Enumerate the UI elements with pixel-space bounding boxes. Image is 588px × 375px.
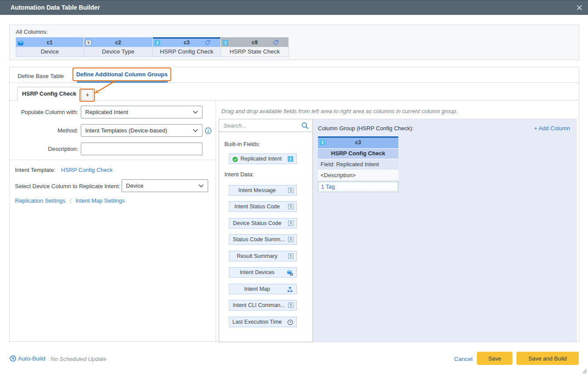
- column-header[interactable]: Sc2: [84, 37, 152, 47]
- s-badge-icon: S: [288, 221, 293, 226]
- description-label: Description:: [12, 146, 78, 152]
- annotation-box-add-button: [79, 89, 95, 102]
- svg-text:i: i: [208, 129, 209, 133]
- column-header[interactable]: Ic9: [221, 37, 289, 47]
- chevron-down-icon: [193, 129, 198, 132]
- method-label: Method:: [12, 127, 78, 134]
- i-badge-icon: I: [223, 40, 228, 46]
- device-column-label: Select Device Column to Replicate Intent…: [15, 183, 120, 189]
- column-cell[interactable]: HSRP State Check: [221, 47, 289, 57]
- clock-icon: [287, 319, 293, 327]
- dialog-titlebar: Automation Data Table Builder: [0, 0, 588, 15]
- field-chip[interactable]: Intent Status CodeS: [229, 201, 297, 212]
- column-card-field: Field: Replicated Intent: [318, 159, 398, 170]
- field-chip[interactable]: Intent CLI Comman...S: [229, 300, 297, 311]
- search-input[interactable]: [219, 119, 299, 132]
- links-separator: |: [70, 197, 71, 204]
- auto-build-link[interactable]: Auto-Build: [18, 355, 45, 362]
- save-and-build-button[interactable]: Save and Build: [516, 352, 579, 365]
- column-header[interactable]: c1: [16, 37, 83, 47]
- intent-map-settings-link[interactable]: Intent Map Settings: [76, 197, 125, 204]
- drag-drop-hint: Drag and drop available fields from left…: [221, 108, 458, 114]
- dialog-title: Automation Data Table Builder: [11, 0, 100, 15]
- i-badge-icon: I: [320, 139, 325, 145]
- table-column-c3[interactable]: Ic3HSRP Config Check: [153, 37, 221, 57]
- main-tabs-row: Define Base Table Define Additional Colu…: [10, 67, 579, 83]
- intent-template-label: Intent Template:: [15, 167, 55, 173]
- replication-settings-link[interactable]: Replication Settings: [15, 197, 65, 204]
- field-chip[interactable]: Device Status CodeS: [229, 218, 297, 229]
- column-id: c2: [84, 39, 152, 47]
- tab-define-base-table[interactable]: Define Base Table: [18, 73, 64, 79]
- field-chip[interactable]: Intent Map: [229, 284, 297, 294]
- column-group-tabs-row: HSRP Config Check +: [10, 83, 579, 100]
- annotation-box-tab: Define Additional Column Groups: [72, 68, 171, 81]
- subtab-row-border: [10, 100, 579, 100]
- chevron-down-icon: [193, 111, 198, 114]
- table-column-c9[interactable]: Ic9HSRP State Check: [221, 37, 289, 57]
- form-divider: [10, 160, 216, 160]
- field-chip[interactable]: Intent MessageS: [229, 185, 297, 196]
- save-button[interactable]: Save: [477, 352, 512, 365]
- chevron-down-icon: [198, 184, 204, 188]
- column-cell[interactable]: Device: [16, 47, 84, 57]
- field-chip-label: Replicated Intent: [237, 154, 285, 164]
- populate-column-value: Replicated Intent: [85, 106, 128, 118]
- field-chip-label: Intent Devices: [229, 268, 285, 277]
- dialog-footer: Auto-Build No Scheduled Update Cancel Sa…: [0, 342, 588, 375]
- schedule-status: No Scheduled Update: [51, 356, 106, 362]
- intent-template-link[interactable]: HSRP Config Check: [61, 167, 113, 173]
- resize-grip[interactable]: [582, 369, 587, 374]
- description-input[interactable]: [81, 143, 202, 155]
- clock-icon: [10, 355, 16, 362]
- column-card-name: HSRP Config Check: [318, 148, 398, 159]
- field-chip[interactable]: Last Execution Time: [229, 317, 297, 327]
- subtab-hsrp-config-check[interactable]: HSRP Config Check: [17, 87, 81, 101]
- field-chip-label: Result Summary: [229, 251, 285, 261]
- field-chip[interactable]: Intent Devices: [229, 267, 297, 278]
- intent-data-label: Intent Data:: [224, 171, 254, 178]
- builtin-fields-label: Built-in Fields:: [224, 141, 260, 147]
- column-group-title: Column Group (HSRP Config Check):: [318, 125, 414, 132]
- s-badge-icon: S: [288, 303, 293, 308]
- pane-divider: [216, 100, 216, 342]
- column-card-tags[interactable]: 1 Tag: [318, 182, 398, 192]
- populate-column-label: Populate Column with:: [12, 109, 78, 115]
- info-icon[interactable]: i: [205, 127, 212, 134]
- cancel-button[interactable]: Cancel: [454, 356, 473, 362]
- field-chip[interactable]: Status Code Summ...S: [229, 234, 297, 245]
- intent-map-icon: [287, 286, 293, 295]
- field-chip-label: Status Code Summ...: [229, 235, 287, 244]
- table-column-c2[interactable]: Sc2Device Type: [84, 37, 153, 57]
- tab-define-additional-column-groups[interactable]: Define Additional Column Groups: [76, 68, 167, 80]
- column-cell[interactable]: Device Type: [84, 47, 153, 57]
- column-card-header: I c3: [318, 138, 398, 148]
- column-card-id: c3: [318, 138, 398, 148]
- column-card-description: <Description>: [318, 170, 398, 180]
- intent-devices-icon: [287, 270, 293, 278]
- search-icon[interactable]: [301, 122, 309, 129]
- field-chip[interactable]: Result SummaryS: [229, 251, 297, 261]
- all-columns-panel: All Columns: c1DeviceSc2Device TypeIc3HS…: [9, 25, 579, 60]
- column-group-panel: Column Group (HSRP Config Check): + Add …: [313, 119, 577, 342]
- builder-main-panel: Define Base Table Define Additional Colu…: [9, 67, 579, 342]
- s-badge-icon: S: [288, 254, 293, 259]
- all-columns-table: c1DeviceSc2Device TypeIc3HSRP Config Che…: [16, 37, 289, 57]
- router-icon: [18, 40, 24, 48]
- device-column-select[interactable]: Device: [122, 179, 208, 192]
- all-columns-label: All Columns:: [16, 29, 48, 35]
- populate-column-select[interactable]: Replicated Intent: [81, 106, 202, 118]
- s-badge-icon: S: [288, 188, 293, 193]
- field-chip-label: Intent Map: [229, 284, 285, 294]
- column-header[interactable]: Ic3: [153, 37, 220, 47]
- field-chip-label: Intent CLI Comman...: [229, 300, 287, 310]
- field-chip-label: Device Status Code: [229, 218, 285, 228]
- add-column-link[interactable]: + Add Column: [534, 125, 570, 132]
- close-icon[interactable]: [574, 3, 584, 13]
- method-select[interactable]: Intent Templates (Device-based): [81, 124, 202, 137]
- column-card[interactable]: I c3 HSRP Config Check Field: Replicated…: [318, 136, 398, 192]
- method-value: Intent Templates (Device-based): [85, 125, 167, 136]
- table-column-c1[interactable]: c1Device: [16, 37, 84, 57]
- field-chip[interactable]: Replicated IntentI: [229, 154, 297, 164]
- column-cell[interactable]: HSRP Config Check: [153, 47, 221, 57]
